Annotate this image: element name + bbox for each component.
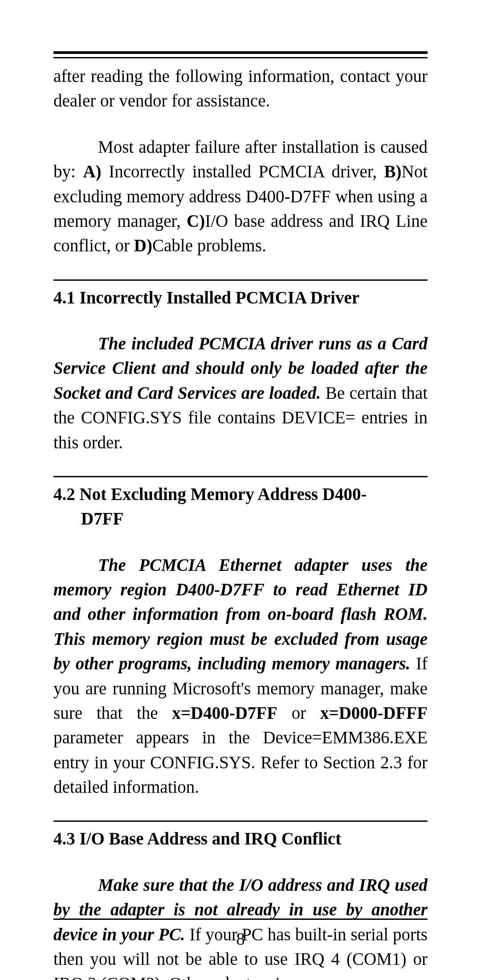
text-run: parameter appears in the Device=EMM386.E…: [53, 728, 428, 796]
page-number: 8: [0, 929, 481, 949]
paragraph-4-1: The included PCMCIA driver runs as a Car…: [53, 331, 428, 455]
paragraph-causes: Most adapter failure after installation …: [53, 135, 428, 258]
document-page: after reading the following information,…: [0, 0, 481, 980]
section-rule-41: [53, 279, 428, 281]
top-double-rule: [53, 51, 428, 58]
heading-4-3: 4.3 I/O Base Address and IRQ Conflict: [53, 826, 428, 851]
section-rule-42: [53, 476, 428, 477]
section-rule-43: [53, 820, 428, 822]
text-run: Incorrectly installed PCMCIA driver,: [102, 162, 384, 181]
label-c: C): [187, 211, 205, 230]
paragraph-intro-continued: after reading the following information,…: [53, 64, 428, 113]
param-1: x=D400-D7FF: [172, 703, 277, 722]
bottom-rule: [53, 918, 428, 920]
paragraph-4-3: Make sure that the I/O address and IRQ u…: [53, 873, 428, 980]
heading-4-2: 4.2 Not Excluding Memory Address D400-D7…: [53, 482, 428, 531]
label-a: A): [83, 162, 101, 181]
text-run: Cable problems.: [152, 236, 266, 255]
label-d: D): [134, 236, 152, 255]
heading-4-1: 4.1 Incorrectly Installed PCMCIA Driver: [53, 285, 428, 310]
emphasis-text: The PCMCIA Ethernet adapter uses the mem…: [53, 555, 428, 673]
param-2: x=D000-DFFF: [320, 703, 428, 722]
text-run: or: [277, 703, 320, 722]
heading-line-1: 4.2 Not Excluding Memory Address D400-: [53, 484, 367, 504]
label-b: B): [384, 162, 402, 181]
heading-line-2: D7FF: [81, 509, 123, 528]
paragraph-4-2: The PCMCIA Ethernet adapter uses the mem…: [53, 553, 428, 800]
